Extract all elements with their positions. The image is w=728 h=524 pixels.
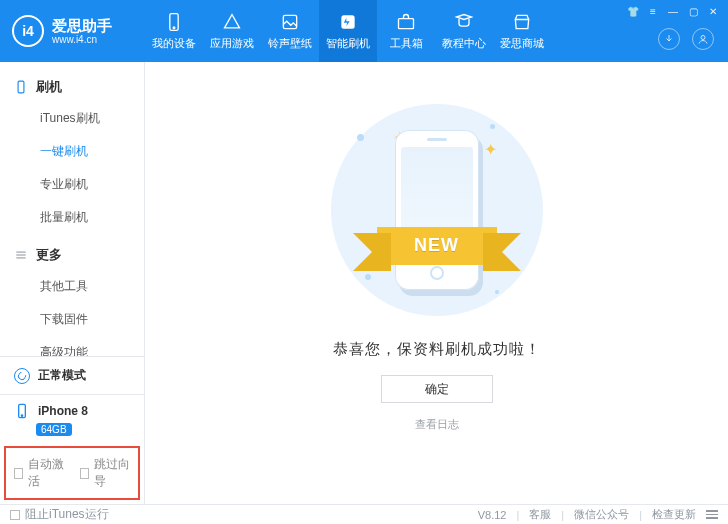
flash-icon	[338, 12, 358, 32]
sidebar-item-pro-flash[interactable]: 专业刷机	[0, 168, 144, 201]
tab-media[interactable]: 铃声壁纸	[261, 0, 319, 62]
success-illustration: ✦ ✦ ✦ NEW	[331, 104, 543, 316]
app-header: i4 爱思助手 www.i4.cn 我的设备 应用游戏 铃声壁纸 智能刷机 工具…	[0, 0, 728, 62]
svg-rect-0	[170, 13, 178, 30]
tab-label: 智能刷机	[326, 36, 370, 51]
phone-illustration-icon	[395, 130, 479, 290]
tab-store[interactable]: 爱思商城	[493, 0, 551, 62]
checkbox-label: 阻止iTunes运行	[25, 506, 109, 523]
sidebar-group-more: 更多	[0, 240, 144, 270]
logo-badge-icon: i4	[12, 15, 44, 47]
toolbox-icon	[396, 12, 416, 32]
media-icon	[280, 12, 300, 32]
check-update-link[interactable]: 检查更新	[652, 507, 696, 522]
header-right: 👕 ≡ — ▢ ✕	[626, 0, 728, 62]
sidebar-item-itunes-flash[interactable]: iTunes刷机	[0, 102, 144, 135]
sidebar-footer-options: 自动激活 跳过向导	[4, 446, 140, 500]
flash-group-icon	[14, 80, 28, 94]
tab-flash[interactable]: 智能刷机	[319, 0, 377, 62]
help-icon	[454, 12, 474, 32]
more-group-icon	[14, 248, 28, 262]
success-message: 恭喜您，保资料刷机成功啦！	[333, 340, 541, 359]
download-icon[interactable]	[658, 28, 680, 50]
tab-label: 教程中心	[442, 36, 486, 51]
tab-my-device[interactable]: 我的设备	[145, 0, 203, 62]
main-panel: ✦ ✦ ✦ NEW 恭喜您，保资料刷机成功啦！ 确定 查看日志	[145, 62, 728, 504]
sidebar-item-advanced[interactable]: 高级功能	[0, 336, 144, 356]
device-name: iPhone 8	[38, 404, 88, 418]
sidebar-item-download-firmware[interactable]: 下载固件	[0, 303, 144, 336]
tab-label: 我的设备	[152, 36, 196, 51]
wechat-link[interactable]: 微信公众号	[574, 507, 629, 522]
sidebar-item-other-tools[interactable]: 其他工具	[0, 270, 144, 303]
app-name: 爱思助手	[52, 18, 112, 33]
user-icon[interactable]	[692, 28, 714, 50]
nav-tabs: 我的设备 应用游戏 铃声壁纸 智能刷机 工具箱 教程中心 爱思商城	[145, 0, 626, 62]
checkbox-label: 跳过向导	[94, 456, 130, 490]
tab-label: 爱思商城	[500, 36, 544, 51]
tab-label: 应用游戏	[210, 36, 254, 51]
ok-button[interactable]: 确定	[381, 375, 493, 403]
maximize-icon[interactable]: ▢	[686, 4, 700, 18]
logo-area: i4 爱思助手 www.i4.cn	[0, 0, 145, 62]
tshirt-icon[interactable]: 👕	[626, 4, 640, 18]
svg-rect-6	[18, 81, 24, 93]
menu-icon[interactable]	[706, 510, 718, 519]
tab-toolbox[interactable]: 工具箱	[377, 0, 435, 62]
svg-point-5	[701, 36, 705, 40]
sidebar-group-flash: 刷机	[0, 72, 144, 102]
support-link[interactable]: 客服	[529, 507, 551, 522]
svg-point-1	[173, 27, 175, 29]
close-icon[interactable]: ✕	[706, 4, 720, 18]
sidebar-group-title: 更多	[36, 246, 62, 264]
sidebar: 刷机 iTunes刷机 一键刷机 专业刷机 批量刷机 更多 其他工具 下载固件 …	[0, 62, 145, 504]
device-storage-badge: 64GB	[36, 423, 72, 436]
device-mode[interactable]: 正常模式	[0, 357, 144, 395]
checkbox-box-icon	[14, 468, 23, 479]
checkbox-box-icon	[80, 468, 89, 479]
status-bar: 阻止iTunes运行 V8.12 | 客服 | 微信公众号 | 检查更新	[0, 504, 728, 524]
minimize-icon[interactable]: —	[666, 4, 680, 18]
sparkle-icon: ✦	[484, 140, 497, 159]
sidebar-item-batch-flash[interactable]: 批量刷机	[0, 201, 144, 234]
tab-tutorials[interactable]: 教程中心	[435, 0, 493, 62]
sidebar-group-title: 刷机	[36, 78, 62, 96]
phone-icon	[14, 403, 30, 419]
device-info[interactable]: iPhone 8 64GB	[0, 395, 144, 446]
checkbox-label: 自动激活	[28, 456, 64, 490]
device-icon	[164, 12, 184, 32]
tab-label: 工具箱	[390, 36, 423, 51]
checkbox-box-icon	[10, 510, 20, 520]
checkbox-skip-wizard[interactable]: 跳过向导	[80, 456, 130, 490]
window-controls: 👕 ≡ — ▢ ✕	[626, 4, 720, 18]
view-log-link[interactable]: 查看日志	[415, 417, 459, 432]
checkbox-auto-activate[interactable]: 自动激活	[14, 456, 64, 490]
mode-label: 正常模式	[38, 367, 86, 384]
checkbox-block-itunes[interactable]: 阻止iTunes运行	[10, 506, 109, 523]
apps-icon	[222, 12, 242, 32]
sidebar-item-oneclick-flash[interactable]: 一键刷机	[0, 135, 144, 168]
store-icon	[512, 12, 532, 32]
version-label: V8.12	[478, 509, 507, 521]
app-url: www.i4.cn	[52, 35, 112, 45]
tab-apps[interactable]: 应用游戏	[203, 0, 261, 62]
svg-rect-4	[399, 18, 414, 28]
menu-icon[interactable]: ≡	[646, 4, 660, 18]
svg-point-11	[21, 415, 22, 416]
logo-text: 爱思助手 www.i4.cn	[52, 18, 112, 45]
ribbon-text: NEW	[414, 235, 459, 256]
mode-icon	[14, 368, 30, 384]
tab-label: 铃声壁纸	[268, 36, 312, 51]
new-ribbon-icon: NEW	[377, 227, 497, 265]
